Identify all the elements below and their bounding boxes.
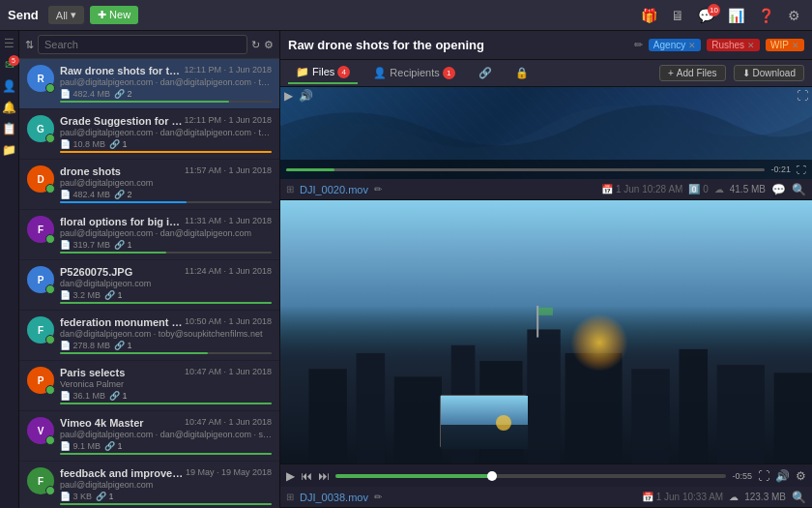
settings-icon[interactable]: ⚙ (788, 8, 800, 23)
svg-rect-5 (527, 329, 560, 463)
msg-time: 12:11 PM · 1 Jun 2018 (184, 115, 272, 125)
tag-rushes[interactable]: Rushes ✕ (707, 39, 760, 51)
chart-icon[interactable]: 📊 (728, 8, 744, 23)
msg-title: Grade Suggestion for Opening (60, 115, 184, 127)
sidebar-bell-icon[interactable]: 🔔 (2, 101, 16, 114)
play-icon[interactable]: ▶ (284, 89, 293, 103)
sidebar-user-icon[interactable]: 👤 (2, 79, 16, 93)
avatar-online-badge (45, 486, 55, 495)
msg-time: 10:47 AM · 1 Jun 2018 (185, 417, 272, 427)
sidebar-menu-icon[interactable]: ☰ (4, 37, 14, 50)
msg-progress (60, 201, 272, 203)
file-name-2[interactable]: DJI_0038.mov (300, 492, 368, 503)
search-icon-1[interactable]: 🔍 (792, 183, 806, 196)
progress-bar[interactable] (335, 474, 726, 478)
content-tabs: 📁 Files 4 👤 Recipients 1 🔗 🔒 + Add Files… (280, 60, 812, 87)
help-icon[interactable]: ❓ (758, 8, 774, 23)
file-info-bar-1: ⊞ DJI_0020.mov ✏ 📅 1 Jun 10:28 AM 0️⃣ 0 … (280, 179, 812, 200)
cloud-icon-2: ☁ (729, 492, 739, 502)
prev-frame-icon[interactable]: ⏮ (301, 469, 312, 483)
message-item[interactable]: P P5260075.JPG 11:24 AM · 1 Jun 2018 dan… (19, 260, 279, 311)
sidebar-folder-icon[interactable]: 📁 (2, 143, 16, 157)
tab-recipients[interactable]: 👤 Recipients 1 (365, 63, 462, 83)
message-item[interactable]: D drone shots 11:57 AM · 1 Jun 2018 paul… (19, 160, 279, 210)
msg-size: 📄 10.8 MB (60, 139, 105, 149)
message-item[interactable]: V Vimeo 4k Master 10:47 AM · 1 Jun 2018 … (19, 411, 279, 462)
message-item[interactable]: P Paris selects 10:47 AM · 1 Jun 2018 Ve… (19, 361, 279, 411)
tab-link[interactable]: 🔗 (471, 63, 500, 83)
fullscreen-bottom-icon[interactable]: ⛶ (758, 469, 769, 483)
msg-title: feedback and improvement v2.jpg (60, 467, 186, 479)
monitor-icon[interactable]: 🖥 (671, 8, 684, 23)
search-icon-2[interactable]: 🔍 (792, 491, 806, 504)
msg-from: paul@digitalpigeon.com · dan@digitalpige… (60, 228, 272, 238)
avatar: D (27, 165, 54, 193)
file-cloud-1: ☁ (714, 184, 724, 194)
refresh-icon[interactable]: ↻ (251, 39, 260, 51)
avatar: P (27, 266, 54, 293)
file-edit-icon-2[interactable]: ✏ (374, 492, 382, 502)
video-main (280, 200, 812, 463)
fullscreen-icon[interactable]: ⛶ (797, 164, 806, 175)
msg-from: paul@digitalpigeon.com (60, 178, 272, 188)
play-bottom-icon[interactable]: ▶ (286, 469, 295, 483)
new-button[interactable]: ✚ New (90, 6, 138, 24)
svg-rect-2 (394, 376, 442, 463)
sidebar: ☰ ✉5 👤 🔔 📋 📁 (0, 31, 19, 508)
msg-progress (60, 352, 272, 354)
msg-count: 🔗 1 (96, 492, 114, 501)
msg-from: paul@digitalpigeon.com (60, 480, 272, 490)
video-controls-bottom: ▶ ⏮ ⏭ -0:55 ⛶ 🔊 ⚙ (280, 463, 812, 487)
add-files-button[interactable]: + Add Files (659, 65, 726, 81)
msg-time: 11:31 AM · 1 Jun 2018 (185, 216, 272, 225)
msg-title: P5260075.JPG (60, 266, 132, 278)
sort-icon[interactable]: ⇅ (25, 39, 34, 51)
edit-title-icon[interactable]: ✏ (634, 39, 643, 51)
file-name-1[interactable]: DJI_0020.mov (300, 184, 368, 195)
grid-icon: ⊞ (286, 184, 294, 194)
message-item[interactable]: F feedback and improvement v2.jpg 19 May… (19, 462, 279, 508)
msg-count: 🔗 2 (114, 89, 132, 99)
content-panel: Raw drone shots for the opening ✏ Agency… (280, 31, 812, 508)
progress-thumb[interactable] (487, 471, 497, 481)
search-input[interactable] (38, 35, 247, 54)
tab-files[interactable]: 📁 Files 4 (288, 62, 358, 84)
chat-icon[interactable]: 💬10 (698, 8, 714, 23)
download-button[interactable]: ⬇ Download (734, 65, 804, 81)
filter-icon[interactable]: ⚙ (264, 39, 274, 51)
msg-size: 📄 3 KB (60, 492, 92, 501)
next-frame-icon[interactable]: ⏭ (318, 469, 330, 483)
msg-size: 📄 319.7 MB (60, 240, 110, 250)
settings-video-icon[interactable]: ⚙ (796, 469, 806, 483)
tag-agency[interactable]: Agency ✕ (649, 39, 701, 51)
gift-icon[interactable]: 🎁 (641, 8, 657, 23)
message-item[interactable]: F federation monument scout 10:50 AM · 1… (19, 311, 279, 361)
avatar-online-badge (45, 284, 55, 294)
msg-size: 📄 36.1 MB (60, 391, 105, 401)
volume-icon[interactable]: 🔊 (299, 89, 313, 103)
volume-bottom-icon[interactable]: 🔊 (775, 469, 790, 483)
svg-rect-7 (631, 369, 669, 463)
msg-size: 📄 278.8 MB (60, 341, 110, 350)
msg-progress (60, 403, 272, 404)
crop-icon[interactable]: ⛶ (797, 89, 808, 103)
msg-count: 🔗 1 (114, 240, 132, 250)
file-edit-icon-1[interactable]: ✏ (374, 184, 382, 194)
msg-progress (60, 101, 272, 103)
message-item[interactable]: G Grade Suggestion for Opening 12:11 PM … (19, 109, 279, 160)
message-item[interactable]: R Raw drone shots for the opening 12:11 … (19, 59, 279, 109)
thumbnail-preview (440, 395, 527, 448)
msg-from: paul@digitalpigeon.com · dan@digitalpige… (60, 430, 272, 439)
all-button[interactable]: All ▾ (48, 6, 84, 24)
sidebar-mail-icon[interactable]: ✉5 (5, 58, 14, 72)
msg-progress (60, 302, 272, 304)
msg-progress-bar (60, 403, 272, 404)
sidebar-list-icon[interactable]: 📋 (2, 122, 16, 135)
msg-time: 11:24 AM · 1 Jun 2018 (185, 266, 272, 276)
comment-icon-1[interactable]: 💬 (771, 183, 786, 196)
tag-wip[interactable]: WIP ✕ (766, 39, 804, 51)
msg-progress-bar (60, 352, 208, 354)
message-item[interactable]: F floral options for big imagery 11:31 A… (19, 210, 279, 260)
tab-lock[interactable]: 🔒 (508, 63, 536, 83)
avatar: G (27, 115, 54, 142)
